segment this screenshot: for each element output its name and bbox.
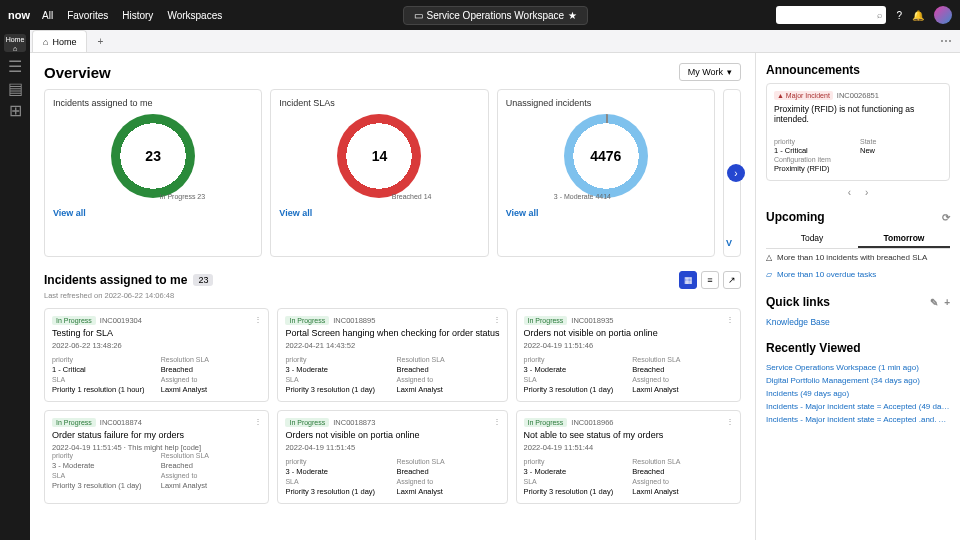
status-pill: In Progress	[524, 418, 568, 427]
assigned-title: Incidents assigned to me	[44, 273, 187, 287]
recent-item[interactable]: Digital Portfolio Management (34 days ag…	[766, 374, 950, 387]
announcement-next[interactable]: ›	[865, 187, 868, 198]
tab-overflow[interactable]: ⋯	[940, 34, 952, 48]
top-bar: now All Favorites History Workspaces ▭ S…	[0, 0, 960, 30]
left-rail: Home⌂ ☰ ▤ ⊞	[0, 30, 30, 540]
recent-item[interactable]: Service Operations Workspace (1 min ago)	[766, 361, 950, 374]
status-pill: In Progress	[285, 418, 329, 427]
avatar[interactable]	[934, 6, 952, 24]
nav-all[interactable]: All	[42, 10, 53, 21]
upcoming-item[interactable]: ▱More than 10 overdue tasks	[766, 266, 950, 283]
recent-title: Recently Viewed	[766, 341, 861, 355]
card-menu-icon[interactable]: ⋮	[254, 417, 262, 426]
incident-card[interactable]: In ProgressINC0018935⋮Orders not visible…	[516, 308, 741, 402]
donut-card-assigned: Incidents assigned to me 23 In Progress …	[44, 89, 262, 257]
rail-home[interactable]: Home⌂	[4, 34, 26, 52]
top-nav: All Favorites History Workspaces	[42, 10, 222, 21]
my-work-dropdown[interactable]: My Work▾	[679, 63, 741, 81]
status-pill: In Progress	[524, 316, 568, 325]
rail-grid-icon[interactable]: ⊞	[7, 102, 23, 118]
incident-card[interactable]: In ProgressINC0018966⋮Not able to see st…	[516, 410, 741, 504]
warning-icon: △	[766, 253, 772, 262]
announcement-nav: ‹ ›	[766, 187, 950, 198]
tab-bar: ⌂ Home + ⋯	[30, 30, 960, 53]
cards-grid: In ProgressINC0019304⋮Testing for SLA202…	[44, 308, 741, 504]
overview-header: Overview My Work▾	[44, 63, 741, 81]
workspace-selector[interactable]: ▭ Service Operations Workspace ★	[403, 6, 589, 25]
refresh-icon[interactable]: ⟳	[942, 212, 950, 223]
overview-title: Overview	[44, 64, 111, 81]
card-menu-icon[interactable]: ⋮	[493, 315, 501, 324]
assigned-section: Incidents assigned to me 23 ▦ ≡ ↗ Last r…	[44, 271, 741, 504]
bell-icon[interactable]: 🔔	[912, 10, 924, 21]
major-incident-badge: ▲ Major Incident	[774, 91, 833, 100]
card-menu-icon[interactable]: ⋮	[493, 417, 501, 426]
star-icon[interactable]: ★	[568, 10, 577, 21]
donut-row: Incidents assigned to me 23 In Progress …	[44, 89, 741, 257]
incident-card[interactable]: In ProgressINC0018873⋮Orders not visible…	[277, 410, 507, 504]
content: Overview My Work▾ Incidents assigned to …	[30, 53, 755, 540]
announcements-title: Announcements	[766, 63, 860, 77]
workspace-icon: ▭	[414, 10, 423, 21]
upcoming-title: Upcoming	[766, 210, 825, 224]
upcoming-item[interactable]: △More than 10 incidents with breached SL…	[766, 249, 950, 266]
logo: now	[8, 9, 30, 21]
view-open-button[interactable]: ↗	[723, 271, 741, 289]
add-icon[interactable]: +	[944, 297, 950, 308]
view-all-unassigned[interactable]: View all	[506, 208, 706, 218]
rail-list-icon[interactable]: ☰	[7, 58, 23, 74]
donut-assigned[interactable]: 23 In Progress 23	[111, 114, 195, 198]
top-icons: ? 🔔	[896, 6, 952, 24]
announcement-card[interactable]: ▲ Major Incident INC0026851 Proximity (R…	[766, 83, 950, 181]
rail-inbox-icon[interactable]: ▤	[7, 80, 23, 96]
last-refreshed: Last refreshed on 2022-06-22 14:06:48	[44, 291, 741, 300]
scroll-right-button[interactable]: ›	[727, 164, 745, 182]
donut-unassigned[interactable]: 4476 3 - Moderate 4414	[564, 114, 648, 198]
right-sidebar: Announcements ▲ Major Incident INC002685…	[755, 53, 960, 540]
main: Overview My Work▾ Incidents assigned to …	[30, 53, 960, 540]
incident-card[interactable]: In ProgressINC0018874⋮Order status failu…	[44, 410, 269, 504]
recent-item[interactable]: Incidents - Major incident state = Accep…	[766, 400, 950, 413]
status-pill: In Progress	[285, 316, 329, 325]
view-all-assigned[interactable]: View all	[53, 208, 253, 218]
assigned-count: 23	[193, 274, 213, 286]
card-menu-icon[interactable]: ⋮	[726, 315, 734, 324]
search-icon: ⌕	[877, 10, 882, 20]
nav-favorites[interactable]: Favorites	[67, 10, 108, 21]
donut-sla[interactable]: 14 Breached 14	[337, 114, 421, 198]
recent-item[interactable]: Incidents - Major incident state = Accep…	[766, 413, 950, 426]
view-all-sla[interactable]: View all	[279, 208, 479, 218]
nav-workspaces[interactable]: Workspaces	[167, 10, 222, 21]
tab-home[interactable]: ⌂ Home	[32, 30, 87, 52]
global-search[interactable]: ⌕	[776, 6, 886, 24]
incident-card[interactable]: In ProgressINC0019304⋮Testing for SLA202…	[44, 308, 269, 402]
view-grid-button[interactable]: ▦	[679, 271, 697, 289]
nav-history[interactable]: History	[122, 10, 153, 21]
home-icon: ⌂	[43, 37, 48, 47]
recent-item[interactable]: Incidents (49 days ago)	[766, 387, 950, 400]
incident-card[interactable]: In ProgressINC0018895⋮Portal Screen hang…	[277, 308, 507, 402]
workspace-name: Service Operations Workspace	[427, 10, 565, 21]
donut-card-unassigned: Unassigned incidents 4476 3 - Moderate 4…	[497, 89, 715, 257]
status-pill: In Progress	[52, 316, 96, 325]
task-icon: ▱	[766, 270, 772, 279]
status-pill: In Progress	[52, 418, 96, 427]
chevron-down-icon: ▾	[727, 67, 732, 77]
tab-today[interactable]: Today	[766, 230, 858, 248]
donut-card-sla: Incident SLAs 14 Breached 14 View all	[270, 89, 488, 257]
tab-add-button[interactable]: +	[91, 32, 109, 50]
card-menu-icon[interactable]: ⋮	[726, 417, 734, 426]
edit-icon[interactable]: ✎	[930, 297, 938, 308]
quicklink-item[interactable]: Knowledge Base	[766, 315, 950, 329]
tab-tomorrow[interactable]: Tomorrow	[858, 230, 950, 248]
announcement-prev[interactable]: ‹	[848, 187, 851, 198]
view-list-button[interactable]: ≡	[701, 271, 719, 289]
card-menu-icon[interactable]: ⋮	[254, 315, 262, 324]
quicklinks-title: Quick links	[766, 295, 830, 309]
help-icon[interactable]: ?	[896, 10, 902, 21]
